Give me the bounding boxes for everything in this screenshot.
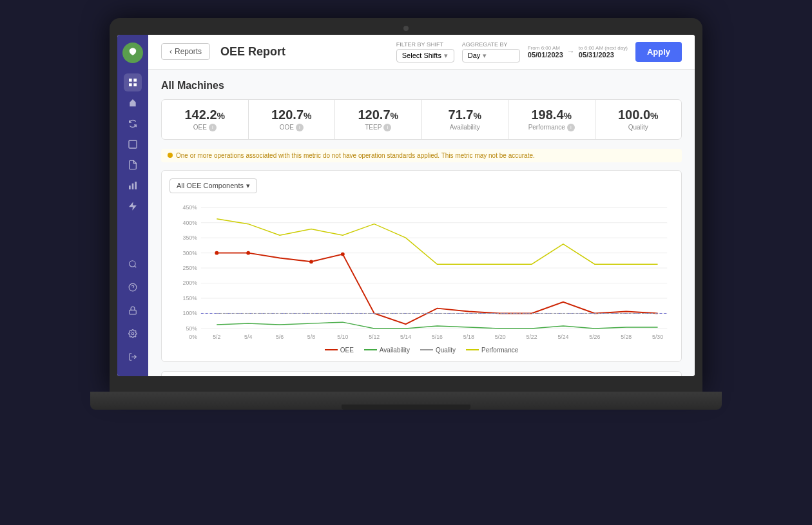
chart-filter-dropdown[interactable]: All OEE Components ▾: [169, 178, 257, 193]
page-title: OEE Report: [220, 45, 386, 59]
ooe-label: OOE i: [258, 124, 326, 131]
svg-rect-2: [129, 83, 132, 86]
svg-point-11: [131, 332, 134, 335]
svg-text:5/4: 5/4: [244, 333, 252, 339]
sidebar-item-box[interactable]: [124, 135, 142, 153]
filter-by-shift-group: Filter By Shift Select Shifts ▾: [396, 41, 454, 62]
sidebar-item-bolt[interactable]: [124, 197, 142, 215]
svg-rect-0: [129, 79, 132, 82]
availability-line: [217, 322, 657, 329]
svg-text:5/18: 5/18: [463, 333, 474, 339]
metric-card-qual: 100.0% Quality: [595, 100, 682, 139]
aggregate-by-group: Aggregate By Day ▾: [462, 41, 520, 62]
svg-text:5/20: 5/20: [495, 333, 506, 339]
aggregate-by-label: Aggregate By: [462, 41, 508, 48]
svg-point-8: [130, 260, 135, 266]
shifts-section: Shifts Name ↑: [161, 371, 682, 376]
main-content: ‹ Reports OEE Report Filter By Shift Sel…: [148, 35, 695, 376]
sidebar-item-file[interactable]: [124, 156, 142, 174]
svg-text:300%: 300%: [183, 249, 198, 256]
to-date-value: 05/31/2023: [579, 51, 628, 59]
sidebar-item-refresh[interactable]: [124, 115, 142, 133]
sidebar-item-analytics[interactable]: [124, 73, 142, 91]
svg-text:5/30: 5/30: [652, 333, 663, 339]
to-date-label: to 6:00 AM (next day): [579, 45, 628, 51]
legend-performance: Performance: [466, 347, 518, 354]
chart-section: All OEE Components ▾: [161, 170, 682, 362]
svg-text:5/16: 5/16: [432, 333, 443, 339]
legend-availability: Availability: [364, 347, 410, 354]
legend-availability-line: [364, 349, 377, 350]
from-date-box: From 6:00 AM 05/01/2023: [528, 45, 563, 59]
chart-container: 450% 400% 350% 300% 250% 200% 150% 100% …: [169, 200, 673, 354]
oee-chart: 450% 400% 350% 300% 250% 200% 150% 100% …: [169, 200, 673, 341]
sidebar: [117, 35, 148, 376]
laptop-wrapper: ‹ Reports OEE Report Filter By Shift Sel…: [52, 18, 760, 508]
sidebar-item-lock[interactable]: [124, 301, 142, 320]
oee-dot-2: [246, 251, 250, 254]
ooe-info-icon: i: [296, 124, 304, 131]
laptop-screen-outer: ‹ Reports OEE Report Filter By Shift Sel…: [110, 18, 702, 392]
avail-percent: %: [473, 111, 481, 121]
teep-value: 120.7%: [344, 108, 412, 122]
date-range: From 6:00 AM 05/01/2023 → to 6:00 AM (ne…: [528, 45, 628, 59]
date-arrow-icon: →: [567, 47, 575, 56]
svg-rect-10: [130, 310, 137, 314]
sidebar-item-settings[interactable]: [124, 325, 142, 343]
sidebar-item-chart[interactable]: [124, 94, 142, 112]
svg-text:5/24: 5/24: [557, 333, 568, 339]
sidebar-item-help[interactable]: [124, 278, 142, 296]
svg-text:50%: 50%: [186, 325, 197, 331]
logo-icon: [127, 47, 139, 59]
sidebar-bottom: [124, 255, 142, 368]
header: ‹ Reports OEE Report Filter By Shift Sel…: [148, 35, 695, 70]
from-date-value: 05/01/2023: [528, 51, 563, 59]
qual-percent: %: [650, 111, 658, 121]
chevron-down-icon: ▾: [444, 52, 448, 60]
ooe-value: 120.7%: [258, 108, 326, 122]
sidebar-logo: [122, 43, 143, 63]
select-shifts-value: Select Shifts: [402, 52, 441, 59]
oee1-percent: %: [217, 111, 225, 121]
metric-card-teep: 120.7% TEEP i: [335, 100, 422, 139]
oee-dot-4: [341, 252, 345, 256]
svg-text:5/2: 5/2: [213, 333, 220, 339]
sidebar-item-bar[interactable]: [124, 177, 142, 195]
legend-performance-line: [466, 349, 479, 350]
to-date-box: to 6:00 AM (next day) 05/31/2023: [579, 45, 628, 59]
back-arrow-icon: ‹: [169, 47, 172, 56]
svg-rect-3: [133, 83, 137, 86]
svg-text:5/12: 5/12: [369, 333, 380, 339]
select-shifts-dropdown[interactable]: Select Shifts ▾: [396, 49, 454, 62]
apply-button[interactable]: Apply: [635, 42, 682, 62]
from-date-label: From 6:00 AM: [528, 45, 563, 51]
warning-dot-icon: [168, 153, 173, 158]
svg-text:5/28: 5/28: [621, 333, 632, 339]
back-label: Reports: [175, 47, 202, 56]
perf-label: Performance i: [517, 124, 586, 131]
chart-legend: OEE Availability Quality: [169, 347, 673, 354]
legend-oee-label: OEE: [340, 347, 354, 354]
svg-rect-4: [129, 140, 137, 148]
svg-text:5/6: 5/6: [276, 333, 284, 339]
all-machines-title: All Machines: [161, 80, 682, 91]
warning-text: One or more operations associated with t…: [176, 152, 535, 159]
laptop-screen: ‹ Reports OEE Report Filter By Shift Sel…: [117, 35, 695, 376]
aggregate-day-dropdown[interactable]: Day ▾: [462, 49, 520, 62]
svg-text:0%: 0%: [189, 333, 197, 339]
svg-text:5/26: 5/26: [589, 333, 600, 339]
back-button[interactable]: ‹ Reports: [161, 43, 210, 60]
svg-rect-1: [133, 79, 137, 82]
legend-oee-line: [325, 349, 338, 350]
legend-quality-line: [420, 349, 433, 350]
chart-chevron-icon: ▾: [246, 182, 250, 190]
svg-rect-7: [135, 182, 137, 189]
svg-text:350%: 350%: [183, 234, 198, 241]
avail-label: Availability: [431, 124, 499, 131]
sidebar-item-search[interactable]: [124, 255, 142, 273]
oee1-label: OEE i: [171, 124, 239, 131]
perf-info-icon: i: [567, 124, 575, 131]
laptop-base: [90, 392, 722, 410]
laptop-camera: [403, 26, 409, 31]
sidebar-item-exit[interactable]: [124, 348, 142, 366]
